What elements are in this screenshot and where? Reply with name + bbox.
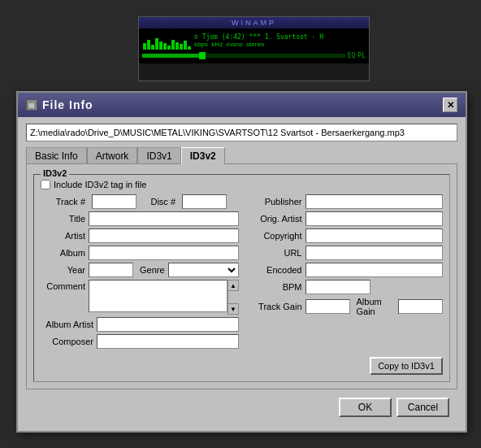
dialog-titlebar: ▤ File Info ✕ [18,93,466,117]
genre-label: Genre [140,265,165,275]
copy-to-id3v1-button[interactable]: Copy to ID3v1 [370,357,443,375]
include-id3v2-label: Include ID3v2 tag in file [54,180,146,189]
orig-artist-input[interactable] [306,211,444,226]
url-label: URL [245,248,302,258]
genre-select[interactable] [168,263,239,277]
winamp-logo: WINAMP [232,19,276,27]
id3v2-group: ID3v2 Include ID3v2 tag in file Track # … [33,174,450,382]
publisher-input[interactable] [306,194,444,209]
winamp-player: WINAMP n Tjom (4:42) *** 1. Svartsot - H… [138,16,370,81]
encoded-input[interactable] [306,263,444,277]
tab-id3v2[interactable]: ID3v2 [181,147,225,164]
bpm-label: BPM [245,282,302,292]
album-input[interactable] [89,246,239,260]
album-artist-input[interactable] [97,317,239,332]
include-tag-row: Include ID3v2 tag in file [41,180,443,189]
artist-input[interactable] [89,228,239,243]
winamp-pl[interactable]: PL [358,52,366,59]
comment-scroll-up[interactable]: ▲ [228,280,239,291]
comment-scroll-down[interactable]: ▼ [228,303,239,315]
group-label: ID3v2 [41,168,69,178]
filepath-input[interactable] [26,124,457,141]
dialog-icon: ▤ [26,99,37,111]
tab-content-id3v2: ID3v2 Include ID3v2 tag in file Track # … [26,163,457,389]
track-label: Track # [41,197,85,207]
winamp-track: n Tjom (4:42) *** 1. Svartsot - H [194,33,323,41]
include-id3v2-checkbox[interactable] [41,180,50,189]
orig-artist-label: Orig. Artist [245,214,302,224]
dialog-buttons: OK Cancel [26,398,457,417]
encoded-label: Encoded [245,265,302,275]
file-info-dialog: ▤ File Info ✕ Basic Info Artwork ID3v1 I… [16,91,467,433]
album-gain-input[interactable] [398,299,443,314]
ok-button[interactable]: OK [339,398,392,417]
winamp-kbps-info: kbps kHz mono stereo [194,41,323,48]
composer-input[interactable] [97,334,239,349]
bpm-input[interactable] [306,280,370,294]
comment-textarea[interactable] [89,280,228,312]
form-right: Publisher Orig. Artist Copyright [245,194,444,375]
album-label: Album [41,248,85,258]
track-gain-label: Track Gain [245,302,302,311]
tabs-row: Basic Info Artwork ID3v1 ID3v2 [26,146,457,163]
tab-id3v1[interactable]: ID3v1 [137,147,180,164]
disc-input[interactable] [182,194,227,209]
disc-label: Disc # [143,197,176,207]
composer-label: Composer [41,337,93,346]
year-input[interactable] [89,263,133,277]
winamp-titlebar: WINAMP [139,17,369,28]
close-button[interactable]: ✕ [443,98,457,112]
comment-label: Comment [41,280,85,291]
dialog-title: File Info [42,98,93,111]
copyright-input[interactable] [306,228,444,243]
url-input[interactable] [306,246,444,260]
artist-label: Artist [41,231,85,241]
copyright-label: Copyright [245,231,302,241]
title-input[interactable] [89,211,239,226]
publisher-label: Publisher [245,197,302,207]
form-left: Track # Disc # Title Artist [41,194,239,375]
track-gain-input[interactable] [306,299,350,314]
year-label: Year [41,265,85,275]
cancel-button[interactable]: Cancel [396,398,449,417]
title-label: Title [41,214,85,224]
album-gain-label: Album Gain [357,297,396,316]
tab-basic-info[interactable]: Basic Info [26,147,87,164]
tab-artwork[interactable]: Artwork [87,147,138,164]
winamp-eq[interactable]: EQ [348,52,356,59]
track-input[interactable] [92,194,136,209]
album-artist-label: Album Artist [41,320,93,329]
winamp-visualizer [142,32,191,50]
